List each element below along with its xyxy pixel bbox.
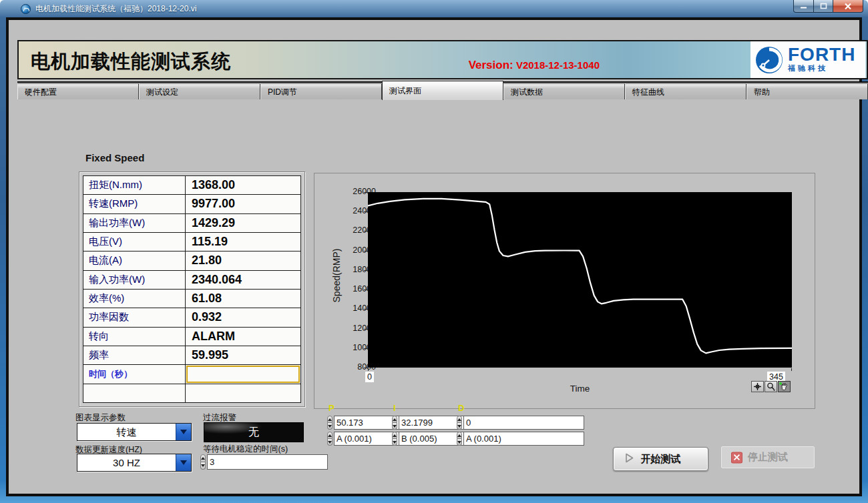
chart-param-dropdown[interactable]: 转速 xyxy=(77,423,192,441)
row-label: 效率(%) xyxy=(83,290,186,308)
y-tick-mark xyxy=(364,192,367,193)
wait-time-label: 等待电机稳定的时间(s) xyxy=(203,444,288,455)
measurement-table-frame: 扭矩(N.mm)1368.00转速(RMP)9977.00输出功率(W)1429… xyxy=(79,171,305,407)
row-label: 时间（秒） xyxy=(83,365,186,383)
app-window: 电机加载性能测试系统（福驰）2018-12-20.vi 电机加载性能测试系统 V… xyxy=(0,0,868,503)
pid-i-label: I xyxy=(393,403,396,413)
d-value-field[interactable] xyxy=(463,416,584,430)
table-row: 功率因数0.932 xyxy=(83,308,300,327)
row-value xyxy=(186,384,300,402)
table-row: 扭矩(N.mm)1368.00 xyxy=(83,176,300,195)
row-value: 115.19 xyxy=(186,233,300,251)
row-value: 9977.00 xyxy=(186,195,300,213)
row-value: 2340.064 xyxy=(186,271,300,289)
row-value: 59.995 xyxy=(186,346,300,364)
p-gain-stepper[interactable] xyxy=(327,432,333,446)
vi-icon xyxy=(21,4,31,14)
update-rate-dropdown[interactable]: 30 HZ xyxy=(77,454,192,472)
x-axis-min[interactable]: 0 xyxy=(365,372,374,382)
crosshair-icon[interactable] xyxy=(751,381,764,392)
pid-d-label: D xyxy=(458,403,464,413)
row-label xyxy=(83,384,186,402)
chevron-down-icon[interactable] xyxy=(176,454,191,471)
table-row: 频率59.995 xyxy=(83,346,300,365)
chart-param-value: 转速 xyxy=(77,424,176,440)
row-value: 1429.29 xyxy=(186,214,300,232)
pid-d-group xyxy=(457,416,514,448)
table-row: 转向ALARM xyxy=(83,328,300,346)
zoom-icon[interactable] xyxy=(765,381,777,392)
y-tick-mark xyxy=(364,231,367,231)
x-tick-max xyxy=(791,368,792,371)
close-icon xyxy=(844,3,852,10)
table-row: 转速(RMP)9977.00 xyxy=(83,195,300,213)
row-label: 输入功率(W) xyxy=(83,271,186,289)
wait-time-field[interactable] xyxy=(207,454,328,470)
row-value[interactable] xyxy=(186,366,300,382)
close-button[interactable] xyxy=(833,0,863,13)
row-label: 功率因数 xyxy=(83,308,186,326)
table-row: 时间（秒） xyxy=(83,365,300,384)
row-value: 21.80 xyxy=(186,252,300,270)
pid-i-group xyxy=(392,416,449,448)
play-icon xyxy=(624,452,635,466)
logo-wordmark: FORTH xyxy=(788,46,855,63)
y-tick-mark xyxy=(364,270,367,271)
table-row xyxy=(83,384,300,402)
tab-bar: 硬件配置测试设定PID调节测试界面测试数据特征曲线帮助 xyxy=(17,81,868,99)
row-value: 0.932 xyxy=(186,308,300,326)
table-row: 输入功率(W)2340.064 xyxy=(83,271,300,290)
tab-test-data[interactable]: 测试数据 xyxy=(503,83,625,99)
logo-subtext: 福驰科技 xyxy=(788,63,855,73)
row-label: 输出功率(W) xyxy=(83,214,186,232)
tab-hardware-config[interactable]: 硬件配置 xyxy=(17,83,139,99)
update-rate-value: 30 HZ xyxy=(77,454,176,471)
row-label: 转速(RMP) xyxy=(83,195,186,213)
pan-hand-icon[interactable] xyxy=(778,381,791,392)
page-title: 电机加载性能测试系统 xyxy=(31,49,231,75)
i-gain-stepper[interactable] xyxy=(392,432,397,446)
p-value-stepper[interactable] xyxy=(327,416,333,430)
d-value-stepper[interactable] xyxy=(457,416,462,430)
company-logo: FORTH 福驰科技 xyxy=(750,41,865,78)
x-axis-title: Time xyxy=(368,384,792,394)
titlebar[interactable]: 电机加载性能测试系统（福驰）2018-12-20.vi xyxy=(0,0,868,17)
table-row: 电流(A)21.80 xyxy=(83,252,300,270)
table-row: 电压(V)115.19 xyxy=(83,233,300,252)
minimize-icon xyxy=(800,3,807,9)
stop-x-icon xyxy=(731,452,742,463)
y-tick-mark xyxy=(364,290,367,290)
pid-p-label: P xyxy=(329,403,335,413)
table-row: 输出功率(W)1429.29 xyxy=(83,214,300,233)
tab-pid-tuning[interactable]: PID调节 xyxy=(260,83,382,99)
tab-test-settings[interactable]: 测试设定 xyxy=(139,83,260,99)
chart-plot-area[interactable] xyxy=(368,192,792,368)
row-label: 频率 xyxy=(83,346,186,364)
minimize-button[interactable] xyxy=(793,0,814,13)
active-dot xyxy=(779,382,782,385)
chevron-down-icon[interactable] xyxy=(176,424,191,440)
tab-test-interface[interactable]: 测试界面 xyxy=(382,81,503,100)
maximize-button[interactable] xyxy=(814,0,833,13)
y-tick-mark xyxy=(364,368,367,368)
section-title: Fixed Speed xyxy=(85,152,144,163)
x-tick-min xyxy=(368,368,369,371)
start-test-button[interactable]: 开始测试 xyxy=(613,447,708,471)
speed-trace xyxy=(368,192,792,368)
maximize-icon xyxy=(820,3,827,9)
start-test-label: 开始测试 xyxy=(641,453,681,466)
tab-help[interactable]: 帮助 xyxy=(746,83,868,99)
row-label: 电压(V) xyxy=(83,233,186,251)
wait-time-stepper[interactable] xyxy=(200,454,206,470)
i-value-stepper[interactable] xyxy=(392,416,397,430)
y-tick-mark xyxy=(364,348,367,349)
window-title: 电机加载性能测试系统（福驰）2018-12-20.vi xyxy=(35,3,196,15)
d-gain-stepper[interactable] xyxy=(457,432,462,446)
tab-characteristic-curve[interactable]: 特征曲线 xyxy=(625,83,746,99)
row-value: 1368.00 xyxy=(186,176,300,194)
stop-test-button[interactable]: 停止测试 xyxy=(720,446,815,469)
measurement-table: 扭矩(N.mm)1368.00转速(RMP)9977.00输出功率(W)1429… xyxy=(83,175,301,403)
y-tick-mark xyxy=(364,251,367,252)
row-value: 61.08 xyxy=(186,290,300,308)
d-gain-field[interactable] xyxy=(463,432,584,446)
